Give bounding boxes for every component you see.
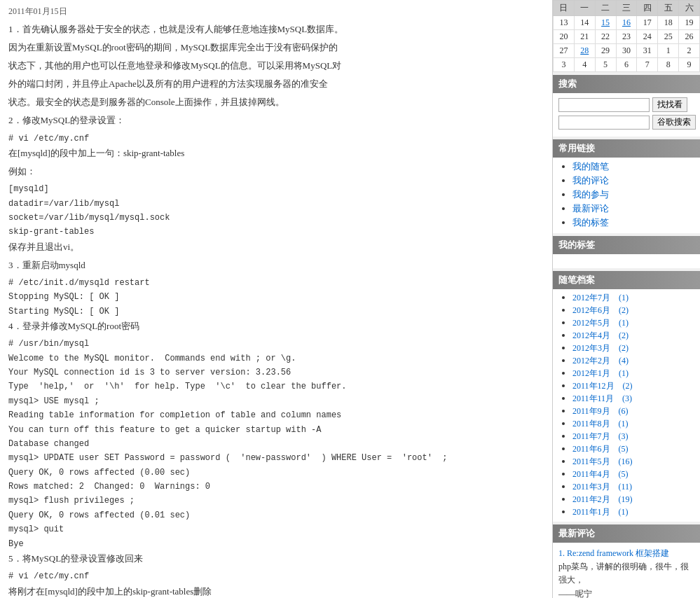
calendar-day-cell: 3 [554,58,575,72]
search-input-2[interactable] [558,116,650,130]
code-line: socket=/var/lib/mysql/mysql.sock [8,211,544,225]
archive-link[interactable]: 2012年5月 (1) [572,318,629,328]
archive-link[interactable]: 2011年5月 (16) [572,457,633,466]
article-paragraph: 1．首先确认服务器处于安全的状态，也就是没有人能够任意地连接MySQL数据库。 [8,22,544,37]
archive-list: 2012年7月 (1)2012年6月 (2)2012年5月 (1)2012年4月… [558,292,694,518]
common-link-item: 我的随笔 [572,160,694,173]
archive-link[interactable]: 2011年4月 (5) [572,469,629,479]
article-paragraph: 在[mysqld]的段中加上一句：skip-grant-tables [8,146,544,161]
common-link[interactable]: 我的标签 [572,217,609,228]
code-line: skip-grant-tables [8,225,544,239]
calendar-day-cell: 22 [595,30,616,44]
search-btn-2[interactable]: 谷歌搜索 [652,115,696,130]
archive-link[interactable]: 2011年8月 (1) [572,419,629,429]
code-line: # /etc/init.d/mysqld restart [8,276,544,290]
archive-item: 2011年5月 (16) [572,456,694,468]
code-line: Starting MySQL: [ OK ] [8,305,544,319]
calendar-day-cell: 24 [637,30,658,44]
archive-link[interactable]: 2011年9月 (6) [572,406,629,416]
archive-item: 2011年6月 (5) [572,443,694,455]
archive-link[interactable]: 2011年11月 (3) [572,394,632,403]
calendar-day-cell: 8 [658,58,679,72]
calendar-day-cell: 13 [554,16,575,30]
calendar-day-cell: 2 [679,44,700,58]
common-link-item: 最新评论 [572,202,694,215]
calendar-header-cell: 二 [595,1,616,16]
code-line: # vi /etc/my.cnf [8,569,544,583]
archive-link[interactable]: 2012年3月 (2) [572,343,629,353]
code-line: datadir=/var/lib/mysql [8,197,544,211]
archive-link[interactable]: 2012年7月 (1) [572,293,629,303]
comment-author: ——呢宁 [558,587,694,598]
common-link[interactable]: 我的评论 [572,175,609,186]
code-line: You can turn off this feature to get a q… [8,423,544,437]
code-line: # /usr/bin/mysql [8,337,544,351]
archive-link[interactable]: 2012年2月 (4) [572,356,629,366]
code-line: Stopping MySQL: [ OK ] [8,290,544,304]
calendar-header-cell: 四 [637,1,658,16]
article-date: 2011年01月15日 [8,6,544,18]
comment-link[interactable]: 1. Re:zend framework 框架搭建 [558,548,669,558]
code-line: mysql> USE mysql ; [8,394,544,408]
calendar-day-cell: 20 [554,30,575,44]
my-tags-header: 我的标签 [553,236,700,254]
code-line: # vi /etc/my.cnf [8,132,544,146]
archive-link[interactable]: 2012年6月 (2) [572,305,629,315]
search-row-2: 谷歌搜索 [558,115,694,130]
calendar-table: 日一二三四五六 13141516171819202122232425262728… [553,0,700,72]
archive-link[interactable]: 2011年3月 (11) [572,482,632,492]
calendar-day-cell: 26 [679,30,700,44]
calendar-header-cell: 三 [616,1,637,16]
article-paragraph: 状态下，其他的用户也可以任意地登录和修改MySQL的信息。可以采用将MySQL对 [8,58,544,74]
common-link[interactable]: 最新评论 [572,203,609,214]
article-paragraph: 4．登录并修改MySQL的root密码 [8,319,544,334]
main-content: 2011年01月15日 1．首先确认服务器处于安全的状态，也就是没有人能够任意地… [0,0,553,598]
archive-link[interactable]: 2011年12月 (2) [572,381,633,391]
article-paragraph: 例如： [8,164,544,179]
archive-item: 2012年6月 (2) [572,305,694,317]
article-paragraph: 将刚才在[mysqld]的段中加上的skip-grant-tables删除 [8,584,544,599]
search-btn-1[interactable]: 找找看 [652,97,687,112]
search-input-1[interactable] [558,98,650,112]
calendar-day-cell: 30 [616,44,637,58]
common-link[interactable]: 我的参与 [572,189,609,200]
calendar-day-cell[interactable]: 16 [616,16,637,30]
archive-item: 2012年2月 (4) [572,355,694,367]
latest-comments-header: 最新评论 [553,524,700,543]
archive-link[interactable]: 2012年4月 (2) [572,331,629,340]
archive-link[interactable]: 2011年6月 (5) [572,444,629,454]
common-link-item: 我的评论 [572,174,694,187]
calendar-day-cell: 25 [658,30,679,44]
calendar-day-cell[interactable]: 28 [574,44,595,58]
calendar-header-cell: 日 [554,1,575,16]
search-section: 找找看 谷歌搜索 [553,93,700,137]
archive-link[interactable]: 2011年2月 (19) [572,494,633,504]
calendar-day-cell: 29 [595,44,616,58]
archive-item: 2012年4月 (2) [572,330,694,342]
archive-item: 2011年8月 (1) [572,418,694,430]
calendar-day-cell[interactable]: 15 [595,16,616,30]
code-line: [mysqld] [8,182,544,196]
calendar-section: 日一二三四五六 13141516171819202122232425262728… [553,0,700,72]
calendar-day-cell: 23 [616,30,637,44]
common-link[interactable]: 我的随笔 [572,161,609,172]
code-line: mysql> UPDATE user SET Password = passwo… [8,451,544,465]
code-line: Type 'help,' or '\h' for help. Type '\c'… [8,380,544,394]
calendar-header-cell: 一 [574,1,595,16]
article-paragraph: 因为在重新设置MySQL的root密码的期间，MySQL数据库完全出于没有密码保… [8,40,544,55]
calendar-day-cell: 27 [554,44,575,58]
calendar-day-cell: 21 [574,30,595,44]
article-paragraph: 3．重新启动mysqld [8,258,544,273]
common-links-section: 我的随笔我的评论我的参与最新评论我的标签 [553,158,700,233]
archive-item: 2011年11月 (3) [572,393,694,405]
archive-link[interactable]: 2011年1月 (1) [572,507,629,517]
sidebar: 日一二三四五六 13141516171819202122232425262728… [553,0,700,598]
archive-link[interactable]: 2012年1月 (1) [572,368,629,378]
article-paragraph: 外的端口封闭，并且停止Apache以及所有的用户进程的方法实现服务器的准安全 [8,76,544,92]
archive-link[interactable]: 2011年7月 (3) [572,431,629,441]
archive-item: 2011年2月 (19) [572,494,694,506]
common-links-header: 常用链接 [553,139,700,158]
calendar-header-cell: 六 [679,1,700,16]
calendar-header-cell: 五 [658,1,679,16]
article-paragraph: 2．修改MySQL的登录设置： [8,113,544,128]
